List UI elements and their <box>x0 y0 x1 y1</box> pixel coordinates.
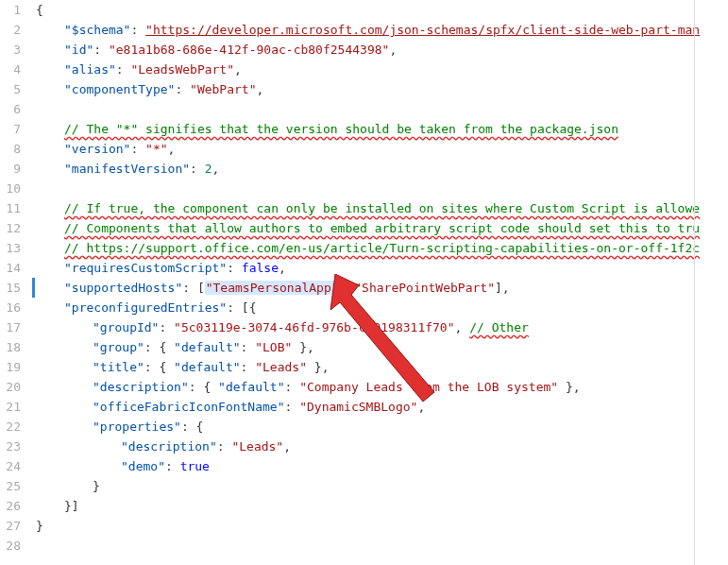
line-number: 4 <box>0 60 21 79</box>
json-key: "default" <box>174 360 240 374</box>
code-comment: // Components that allow authors to embe… <box>64 221 700 235</box>
line-number: 11 <box>0 198 21 218</box>
line-number: 14 <box>0 258 21 278</box>
json-string-link[interactable]: "https://developer.microsoft.com/json-sc… <box>145 23 700 37</box>
json-key: "title" <box>93 360 144 374</box>
line-number: 12 <box>0 218 21 238</box>
code-comment-link[interactable]: // https://support.office.com/en-us/arti… <box>64 241 700 255</box>
json-string: "Leads" <box>255 360 307 374</box>
code-comment: // The "*" signifies that the version sh… <box>64 122 618 136</box>
code-comment: // If true, the component can only be in… <box>64 201 700 215</box>
json-key: "demo" <box>121 459 165 473</box>
brace-open: { <box>36 3 43 17</box>
line-number: 9 <box>0 159 21 179</box>
json-key: "groupId" <box>93 320 159 334</box>
line-number: 8 <box>0 139 21 159</box>
json-boolean: false <box>242 261 279 275</box>
json-string: "e81a1b68-686e-412f-90ac-cb80f2544398" <box>109 43 389 57</box>
line-number: 5 <box>0 79 21 99</box>
line-number: 20 <box>0 377 21 397</box>
json-boolean: true <box>180 459 210 473</box>
line-number: 19 <box>0 357 21 377</box>
json-string: "LOB" <box>255 340 292 354</box>
line-change-marker <box>32 278 35 298</box>
json-key: "description" <box>93 380 189 394</box>
json-key: "properties" <box>93 419 181 434</box>
json-number: 2 <box>205 162 212 176</box>
json-key: "group" <box>93 340 144 354</box>
json-key: "alias" <box>64 62 116 77</box>
line-number: 6 <box>0 99 21 119</box>
json-key: "requiresCustomScript" <box>64 261 227 275</box>
line-number: 23 <box>0 437 21 456</box>
column-ruler <box>694 0 695 565</box>
line-number: 21 <box>0 397 21 417</box>
json-key: "$schema" <box>64 23 130 37</box>
brace-close: } <box>36 519 43 533</box>
line-number: 1 <box>0 0 21 20</box>
line-number: 26 <box>0 496 21 516</box>
line-number: 27 <box>0 516 21 536</box>
brace-close: }] <box>64 499 79 513</box>
json-string: "WebPart" <box>190 82 256 96</box>
line-number-gutter: 1 2 3 4 5 6 7 8 9 10 11 12 13 14 15 16 1… <box>0 0 30 565</box>
json-string-highlighted: "TeamsPersonalApp" <box>205 281 340 295</box>
line-number: 16 <box>0 298 21 317</box>
json-key: "preconfiguredEntries" <box>64 300 227 315</box>
line-number: 28 <box>0 536 21 556</box>
code-comment: // Other <box>469 320 529 334</box>
json-key: "default" <box>218 380 284 394</box>
json-string: "Company Leads from the LOB system" <box>299 380 558 394</box>
brace-close: } <box>93 479 100 493</box>
line-number: 7 <box>0 119 21 139</box>
json-string: "Leads" <box>231 439 283 454</box>
line-number: 3 <box>0 40 21 60</box>
json-key: "componentType" <box>64 82 175 96</box>
json-key: "description" <box>121 439 217 454</box>
json-string: "SharePointWebPart" <box>354 281 495 295</box>
line-number: 15 <box>0 278 21 298</box>
line-number: 10 <box>0 179 21 198</box>
json-key: "supportedHosts" <box>64 281 182 295</box>
json-string: "5c03119e-3074-46fd-976b-c60198311f70" <box>174 320 454 334</box>
json-key: "id" <box>64 43 93 57</box>
line-number: 2 <box>0 20 21 40</box>
line-number: 25 <box>0 476 21 496</box>
line-number: 17 <box>0 317 21 337</box>
json-key: "default" <box>174 340 240 354</box>
line-number: 22 <box>0 417 21 437</box>
line-number: 13 <box>0 238 21 258</box>
json-string: "*" <box>145 142 167 156</box>
json-key: "version" <box>64 142 130 156</box>
json-string: "LeadsWebPart" <box>130 62 234 77</box>
code-content[interactable]: { "$schema": "https://developer.microsof… <box>30 0 728 565</box>
json-key: "manifestVersion" <box>64 162 190 176</box>
line-number: 18 <box>0 337 21 357</box>
line-number: 24 <box>0 456 21 476</box>
json-key: "officeFabricIconFontName" <box>93 400 285 414</box>
json-string: "DynamicSMBLogo" <box>299 400 417 414</box>
code-editor: 1 2 3 4 5 6 7 8 9 10 11 12 13 14 15 16 1… <box>0 0 728 565</box>
